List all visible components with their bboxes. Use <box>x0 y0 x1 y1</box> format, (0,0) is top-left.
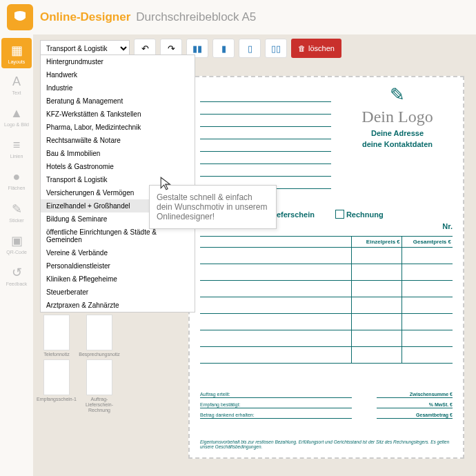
dropdown-item[interactable]: Arztpraxen & Zahnärzte <box>41 299 195 312</box>
category-dropdown[interactable]: HintergrundmusterHandwerkIndustrieBeratu… <box>40 54 195 313</box>
sidebar-item-feedback[interactable]: ↺Feedback <box>1 260 32 290</box>
dropdown-item[interactable]: Rechtsanwälte & Notare <box>41 134 195 147</box>
dropdown-item[interactable]: Beratung & Management <box>41 95 195 108</box>
main: Transport & Logistik ↶ ↷ ▮▮ ▮ ▯ ▯▯ 🗑lösc… <box>33 34 476 476</box>
doc-disclaimer: Eigentumsvorbehalt bis zur restlosen Bez… <box>200 439 453 449</box>
trash-icon: 🗑 <box>298 44 306 52</box>
dropdown-item[interactable]: Hotels & Gastronomie <box>41 160 195 173</box>
layout-thumb[interactable]: Empfangsschein-1 <box>37 359 77 413</box>
sidebar-item-sticker[interactable]: ✎Sticker <box>1 197 32 227</box>
dropdown-item[interactable]: KFZ-Werkstätten & Tankstellen <box>41 108 195 121</box>
doc-title: Durchschreibeblock A5 <box>136 10 256 24</box>
dropdown-item[interactable]: Pharma, Labor, Medizintechnik <box>41 121 195 134</box>
layouts-icon: ▦ <box>11 43 23 58</box>
doc-number: Nr. <box>442 222 453 230</box>
feedback-icon: ↺ <box>12 265 22 280</box>
checkbox-rechnung: Rechnung <box>335 210 384 219</box>
dropdown-item[interactable]: Personaldienstleister <box>41 259 195 272</box>
text-icon: A <box>12 75 21 89</box>
sidebar-item-lines[interactable]: ≡Linien <box>1 133 32 163</box>
layout-thumb[interactable]: Telefonnotiz <box>37 315 77 357</box>
sidebar-item-text[interactable]: AText <box>1 70 32 100</box>
shapes-icon: ● <box>13 170 21 184</box>
dropdown-item[interactable]: Vereine & Verbände <box>41 246 195 259</box>
address-lines <box>200 90 331 189</box>
layout-thumb[interactable]: Auftrag-Lieferschein-Rechnung <box>79 359 119 413</box>
header: Online-Designer Durchschreibeblock A5 <box>0 0 476 34</box>
sidebar-item-shapes[interactable]: ●Flächen <box>1 165 32 195</box>
app-title: Online-Designer <box>40 10 130 24</box>
layer-down-button[interactable]: ▯ <box>239 39 261 58</box>
layer-up-button[interactable]: ▮ <box>212 39 235 58</box>
dropdown-item[interactable]: Industrie <box>41 81 195 95</box>
dropdown-item[interactable]: Handwerk <box>41 68 195 81</box>
layout-thumb[interactable]: Besprechungsnotiz <box>79 315 119 357</box>
layer-back-button[interactable]: ▯▯ <box>265 39 287 58</box>
pencil-ruler-icon: ✎ <box>387 84 408 105</box>
document-canvas[interactable]: ✎ Dein Logo Deine Adresse deine Kontaktd… <box>188 76 464 459</box>
sidebar-item-layouts[interactable]: ▦Layouts <box>1 38 32 68</box>
app-logo <box>7 4 33 30</box>
lines-icon: ≡ <box>13 138 21 152</box>
sticker-icon: ✎ <box>12 201 22 217</box>
logo-placeholder: ✎ Dein Logo Deine Adresse deine Kontaktd… <box>342 84 453 148</box>
delete-button[interactable]: 🗑löschen <box>291 39 341 58</box>
dropdown-item[interactable]: Hintergrundmuster <box>41 55 195 68</box>
dropdown-item[interactable]: Kliniken & Pflegeheime <box>41 272 195 286</box>
qr-icon: ▣ <box>11 233 23 248</box>
image-icon: ▲ <box>10 106 23 121</box>
dropdown-item[interactable]: Steuerberater <box>41 286 195 299</box>
sidebar: ▦Layouts AText ▲Logo & Bild ≡Linien ●Flä… <box>0 34 33 476</box>
doc-footer: Auftrag erteilt:Zwischensumme € Empfang … <box>200 392 453 423</box>
sidebar-item-qr[interactable]: ▣QR-Code <box>1 228 32 259</box>
doc-table: Einzelpreis €Gesamtpreis € <box>200 236 453 364</box>
sidebar-item-logo[interactable]: ▲Logo & Bild <box>1 101 32 132</box>
dropdown-item[interactable]: Bau & Immobilien <box>41 147 195 160</box>
tooltip: Gestalte schnell & einfach dein Wunschmo… <box>149 185 277 229</box>
